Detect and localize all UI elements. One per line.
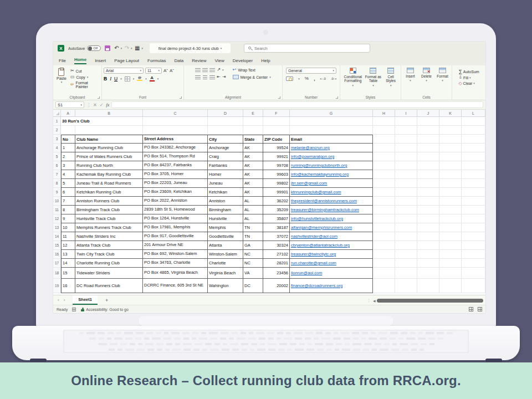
cell[interactable] — [439, 268, 462, 279]
column-header-D[interactable]: D — [208, 110, 243, 116]
cell[interactable] — [417, 214, 439, 223]
cell[interactable]: PO Box 84237, Fairbanks — [143, 161, 208, 170]
percent-style-icon[interactable]: % — [305, 76, 309, 81]
cell[interactable]: 14 — [61, 259, 75, 268]
cell[interactable]: PO Box 23609, Ketchikan — [143, 188, 208, 197]
row-header-16[interactable]: 16 — [53, 250, 61, 259]
cell[interactable] — [439, 161, 462, 170]
dialog-launcher-icon[interactable] — [98, 96, 100, 99]
cell[interactable] — [417, 161, 439, 170]
conditional-formatting-button[interactable]: Conditional Formatting ▾ — [342, 68, 364, 87]
filename-box[interactable]: final demo project 4-30 runs club ▾ — [150, 43, 231, 53]
cell[interactable] — [395, 250, 417, 259]
cell[interactable]: Street Address — [143, 135, 208, 144]
cell[interactable] — [417, 232, 439, 241]
cell[interactable] — [373, 170, 395, 179]
cell[interactable]: AK — [243, 179, 263, 188]
cell[interactable]: PO Box 17981, Memphis — [143, 223, 208, 232]
new-sheet-button[interactable]: + — [105, 298, 108, 303]
cell[interactable]: Ketchikan Running Club — [75, 188, 143, 197]
cell[interactable] — [373, 241, 395, 250]
cell[interactable]: Winston-Salem — [208, 250, 243, 259]
cell[interactable] — [417, 197, 439, 206]
tab-home[interactable]: Home — [74, 57, 86, 64]
cell[interactable]: 3 — [61, 161, 75, 170]
cell[interactable]: 28201 — [263, 259, 290, 268]
cell[interactable] — [462, 188, 485, 197]
cell[interactable] — [417, 268, 439, 279]
cell[interactable] — [373, 259, 395, 268]
cell[interactable]: DC Road Runners Club — [75, 279, 143, 293]
align-top-icon[interactable] — [195, 68, 201, 72]
cell[interactable]: PO Box 243362, Anchorage — [143, 144, 208, 152]
cell[interactable]: AL — [243, 197, 263, 206]
underline-button[interactable]: U — [114, 76, 117, 81]
dialog-launcher-icon[interactable] — [180, 96, 182, 99]
cell[interactable] — [373, 117, 395, 126]
cell[interactable] — [439, 214, 462, 223]
cut-button[interactable]: ✂ Cut — [70, 69, 100, 73]
align-right-icon[interactable] — [209, 75, 215, 79]
tab-review[interactable]: Review — [192, 58, 206, 64]
cell[interactable]: Homer — [208, 170, 243, 179]
chevron-down-icon[interactable]: ▾ — [133, 78, 135, 80]
cell[interactable]: info@hunstvilletrackclub.org — [290, 214, 373, 223]
cell[interactable]: jtrr.serr@gmail.com — [290, 179, 373, 188]
row-header-11[interactable]: 11 — [53, 206, 61, 214]
cell[interactable] — [462, 232, 485, 241]
autosum-button[interactable]: ∑ AutoSum — [458, 69, 479, 74]
cell[interactable]: 99921 — [263, 152, 290, 161]
cell[interactable] — [373, 268, 395, 279]
cell[interactable]: Huntsville Track Club — [75, 214, 143, 223]
row-header-1[interactable]: 1 — [53, 117, 61, 126]
cell[interactable] — [462, 135, 485, 144]
cell[interactable] — [439, 135, 462, 144]
cell[interactable] — [462, 206, 485, 214]
cell[interactable] — [439, 126, 462, 135]
cell[interactable]: City — [208, 135, 243, 144]
cell[interactable] — [243, 117, 263, 126]
cell[interactable]: PO Box 3705, Homer — [143, 170, 208, 179]
cell[interactable]: Anchorage — [208, 144, 243, 152]
cell[interactable] — [395, 259, 417, 268]
cell[interactable] — [462, 126, 485, 135]
chevron-down-icon[interactable]: ▾ — [222, 69, 224, 71]
number-format-select[interactable]: General ▾ — [286, 68, 336, 74]
cell[interactable]: 35209 — [263, 206, 290, 214]
autosave-toggle[interactable]: Off — [87, 45, 101, 51]
cell[interactable] — [395, 126, 417, 135]
comma-style-icon[interactable]: , — [314, 76, 315, 81]
column-header-L[interactable]: L — [462, 110, 485, 116]
cell[interactable]: AK — [243, 161, 263, 170]
cell[interactable] — [439, 279, 462, 293]
cell[interactable] — [439, 144, 462, 152]
cell[interactable]: Kachemak Bay Running Club — [75, 170, 143, 179]
cell[interactable]: 99524 — [263, 144, 290, 152]
cell[interactable]: 201 Armour Drive NE — [143, 241, 208, 250]
cell[interactable] — [143, 117, 208, 126]
column-header-A[interactable]: A — [61, 110, 75, 116]
cell[interactable] — [439, 179, 462, 188]
align-left-icon[interactable] — [195, 75, 201, 79]
chevron-down-icon[interactable]: ▾ — [145, 78, 147, 80]
shrink-font-icon[interactable]: Aˇ — [170, 69, 174, 73]
cell[interactable]: PO Box 917, Goodlettsville — [143, 232, 208, 241]
cell[interactable]: Charlotte Running Club — [75, 259, 143, 268]
cell[interactable] — [439, 152, 462, 161]
normal-view-icon[interactable] — [469, 307, 473, 311]
cell[interactable] — [417, 279, 439, 293]
cell[interactable] — [417, 179, 439, 188]
cell[interactable]: 99901 — [263, 188, 290, 197]
align-middle-icon[interactable] — [202, 68, 208, 72]
paste-button[interactable]: Paste ▾ — [55, 68, 68, 84]
insert-function-icon[interactable]: fx — [106, 103, 109, 108]
cell[interactable] — [439, 241, 462, 250]
row-header-18[interactable]: 18 — [53, 268, 61, 279]
cell[interactable]: 7 — [61, 197, 75, 206]
cell[interactable]: Birmingham Track Club — [75, 206, 143, 214]
cell[interactable]: running@runningclubnorth.org — [290, 161, 373, 170]
cell[interactable] — [395, 144, 417, 152]
cell[interactable]: thepresident@annistonrunners.com — [290, 197, 373, 206]
row-header-12[interactable]: 12 — [53, 214, 61, 223]
cancel-icon[interactable]: ✕ — [93, 103, 97, 108]
